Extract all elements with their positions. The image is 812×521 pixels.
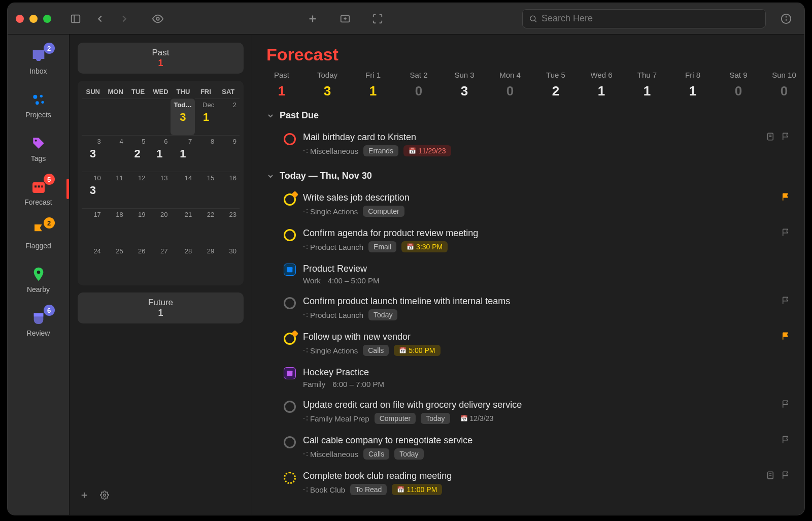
forward-button[interactable] <box>114 10 134 28</box>
calendar-cell[interactable]: 20 <box>149 208 171 245</box>
calendar-cell[interactable]: 13 <box>149 172 171 208</box>
flag-icon[interactable] <box>781 400 790 409</box>
minimize-window-button[interactable] <box>29 15 38 23</box>
forecast-day[interactable]: Today3 <box>312 71 343 99</box>
calendar-cell[interactable]: 4 <box>104 135 126 172</box>
task-row[interactable]: Mail birthday card to Kristen Miscellane… <box>266 128 790 164</box>
add-perspective-button[interactable] <box>80 491 89 502</box>
calendar-cell[interactable]: 29 <box>195 245 217 281</box>
flag-icon[interactable] <box>781 471 790 480</box>
section-header[interactable]: Past Due <box>266 110 790 121</box>
calendar-cell[interactable]: 52 <box>126 135 149 172</box>
past-card[interactable]: Past 1 <box>78 43 244 74</box>
calendar-cell[interactable] <box>126 99 149 135</box>
task-row[interactable]: Confirm product launch timeline with int… <box>266 292 790 328</box>
search-input[interactable] <box>542 13 759 24</box>
calendar-cell[interactable] <box>149 99 171 135</box>
task-checkbox[interactable] <box>284 436 296 448</box>
forecast-day[interactable]: Sun 100 <box>769 71 799 99</box>
settings-gear-button[interactable] <box>100 491 109 502</box>
forecast-day[interactable]: Sun 33 <box>449 71 480 99</box>
task-checkbox[interactable] <box>284 472 296 484</box>
calendar-cell[interactable]: 12 <box>126 172 149 208</box>
sidebar-item-tags[interactable]: Tags <box>8 132 69 166</box>
calendar-cell[interactable] <box>82 99 104 135</box>
flag-icon[interactable] <box>781 132 790 141</box>
forecast-day[interactable]: Fri 11 <box>358 71 388 99</box>
calendar-cell[interactable]: 28 <box>171 245 195 281</box>
calendar-cell[interactable]: 61 <box>149 135 171 172</box>
sidebar-item-review[interactable]: 6Review <box>8 307 69 340</box>
back-button[interactable] <box>90 10 110 28</box>
tag-chip[interactable]: Today <box>394 448 423 460</box>
calendar-cell[interactable]: 11 <box>104 172 126 208</box>
calendar-cell[interactable]: Dec1 <box>195 99 217 135</box>
tag-chip[interactable]: Email <box>368 241 396 252</box>
calendar-cell[interactable]: 24 <box>82 245 104 281</box>
calendar-cell[interactable]: 103 <box>82 172 104 208</box>
flag-icon[interactable] <box>781 192 790 202</box>
task-checkbox[interactable] <box>284 229 296 241</box>
zoom-window-button[interactable] <box>43 15 51 23</box>
calendar-cell[interactable]: 19 <box>126 208 149 245</box>
calendar-cell[interactable]: 14 <box>171 172 195 208</box>
quick-entry-button[interactable] <box>335 10 355 28</box>
flag-icon[interactable] <box>781 228 790 237</box>
flag-icon[interactable] <box>781 296 790 305</box>
tag-chip[interactable]: Computer <box>363 206 404 217</box>
forecast-day[interactable]: Sat 20 <box>403 71 434 99</box>
flag-icon[interactable] <box>781 435 790 444</box>
task-checkbox[interactable] <box>284 297 296 309</box>
calendar-cell[interactable]: 2 <box>217 99 240 135</box>
calendar-cell[interactable]: 16 <box>217 172 240 208</box>
task-project[interactable]: Product Launch <box>303 310 363 319</box>
task-row[interactable]: Write sales job description Single Actio… <box>266 188 790 224</box>
calendar-cell[interactable]: 25 <box>104 245 126 281</box>
calendar-cell[interactable]: Tod…3 <box>171 99 195 135</box>
note-icon[interactable] <box>766 471 775 480</box>
forecast-day[interactable]: Past1 <box>266 71 297 99</box>
flag-icon[interactable] <box>781 332 790 341</box>
calendar-cell[interactable]: 30 <box>217 245 240 281</box>
calendar-cell[interactable]: 33 <box>82 135 104 172</box>
toggle-sidebar-button[interactable] <box>65 10 86 28</box>
tag-chip[interactable]: To Read <box>350 484 387 495</box>
forecast-day[interactable]: Mon 40 <box>495 71 525 99</box>
calendar-cell[interactable]: 26 <box>126 245 149 281</box>
task-row[interactable]: Complete book club reading meeting Book … <box>266 467 790 502</box>
task-checkbox[interactable] <box>284 401 296 413</box>
calendar-cell[interactable]: 8 <box>195 135 217 172</box>
task-project[interactable]: Book Club <box>303 485 345 494</box>
event-row[interactable]: Hockey Practice Family6:00 – 7:00 PM <box>266 363 790 396</box>
forecast-day[interactable]: Thu 71 <box>632 71 662 99</box>
task-row[interactable]: Update credit card on file with grocery … <box>266 396 790 431</box>
tag-chip[interactable]: Calls <box>363 448 389 460</box>
task-project[interactable]: Miscellaneous <box>303 449 358 459</box>
calendar-cell[interactable]: 9 <box>217 135 240 172</box>
task-checkbox[interactable] <box>284 333 296 345</box>
calendar-cell[interactable]: 15 <box>195 172 217 208</box>
sidebar-item-projects[interactable]: Projects <box>8 88 69 122</box>
task-row[interactable]: Confirm agenda for product review meetin… <box>266 224 790 259</box>
sidebar-item-forecast[interactable]: 5Forecast <box>8 176 69 209</box>
forecast-day[interactable]: Tue 52 <box>540 71 571 99</box>
task-row[interactable]: Call cable company to renegotiate servic… <box>266 431 790 467</box>
calendar-cell[interactable]: 23 <box>217 208 240 245</box>
focus-mode-button[interactable] <box>367 10 388 28</box>
future-card[interactable]: Future 1 <box>78 292 244 323</box>
calendar-cell[interactable] <box>104 99 126 135</box>
forecast-day[interactable]: Sat 90 <box>723 71 754 99</box>
sidebar-item-nearby[interactable]: Nearby <box>8 263 69 297</box>
calendar-cell[interactable]: 17 <box>82 208 104 245</box>
task-row[interactable]: Follow up with new vendor Single Actions… <box>266 328 790 363</box>
calendar-cell[interactable]: 21 <box>171 208 195 245</box>
task-checkbox[interactable] <box>284 133 296 145</box>
calendar-cell[interactable]: 71 <box>171 135 195 172</box>
search-box[interactable] <box>522 9 766 28</box>
tag-chip[interactable]: Errands <box>363 145 398 156</box>
section-header[interactable]: Today — Thu, Nov 30 <box>266 171 790 181</box>
info-button[interactable] <box>776 10 796 28</box>
new-action-button[interactable] <box>302 10 323 28</box>
task-checkbox[interactable] <box>284 193 296 206</box>
task-project[interactable]: Single Actions <box>303 346 358 355</box>
